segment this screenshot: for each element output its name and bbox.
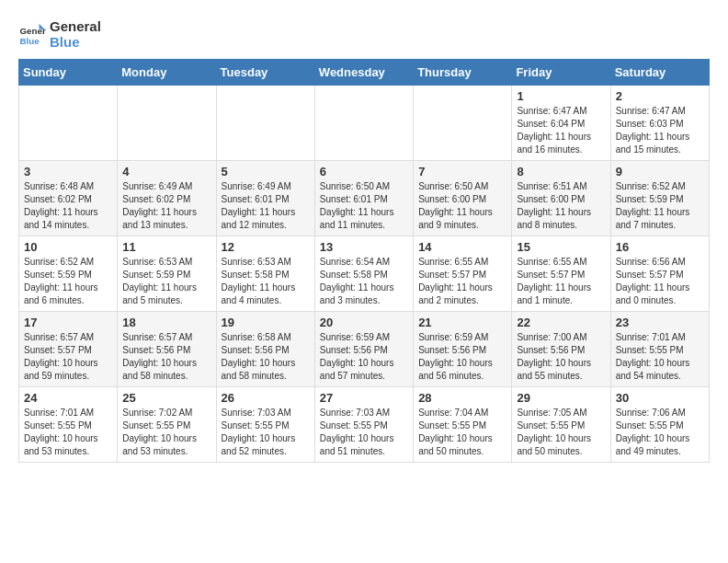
- calendar-cell: 8Sunrise: 6:51 AM Sunset: 6:00 PM Daylig…: [512, 161, 610, 236]
- calendar-cell: 23Sunrise: 7:01 AM Sunset: 5:55 PM Dayli…: [610, 312, 709, 387]
- day-info: Sunrise: 7:00 AM Sunset: 5:56 PM Dayligh…: [517, 331, 605, 383]
- weekday-header: Friday: [512, 60, 610, 86]
- day-number: 12: [222, 240, 310, 254]
- day-info: Sunrise: 6:55 AM Sunset: 5:57 PM Dayligh…: [418, 256, 506, 307]
- calendar-cell: 5Sunrise: 6:49 AM Sunset: 6:01 PM Daylig…: [216, 161, 314, 236]
- day-info: Sunrise: 7:04 AM Sunset: 5:55 PM Dayligh…: [418, 407, 506, 458]
- weekday-header: Sunday: [19, 60, 118, 86]
- day-info: Sunrise: 6:55 AM Sunset: 5:57 PM Dayligh…: [517, 256, 605, 307]
- day-info: Sunrise: 6:58 AM Sunset: 5:56 PM Dayligh…: [222, 331, 310, 383]
- page-header: General Blue General Blue: [18, 18, 710, 50]
- calendar-cell: 21Sunrise: 6:59 AM Sunset: 5:56 PM Dayli…: [414, 312, 512, 387]
- calendar-cell: 7Sunrise: 6:50 AM Sunset: 6:00 PM Daylig…: [414, 161, 512, 236]
- day-info: Sunrise: 6:52 AM Sunset: 5:59 PM Dayligh…: [24, 256, 112, 307]
- day-number: 14: [418, 240, 506, 254]
- weekday-header: Monday: [118, 60, 216, 86]
- day-number: 5: [222, 165, 310, 178]
- calendar-cell: [314, 86, 413, 161]
- day-number: 26: [222, 391, 310, 405]
- day-info: Sunrise: 6:47 AM Sunset: 6:04 PM Dayligh…: [517, 105, 605, 156]
- day-number: 10: [24, 240, 112, 254]
- day-info: Sunrise: 6:54 AM Sunset: 5:58 PM Dayligh…: [320, 256, 408, 307]
- calendar-week-row: 10Sunrise: 6:52 AM Sunset: 5:59 PM Dayli…: [19, 236, 710, 312]
- day-number: 3: [24, 165, 112, 178]
- calendar-cell: 17Sunrise: 6:57 AM Sunset: 5:57 PM Dayli…: [19, 312, 118, 387]
- weekday-header: Tuesday: [216, 60, 314, 86]
- day-number: 1: [517, 89, 605, 103]
- day-info: Sunrise: 6:59 AM Sunset: 5:56 PM Dayligh…: [320, 331, 408, 383]
- calendar-cell: 15Sunrise: 6:55 AM Sunset: 5:57 PM Dayli…: [512, 236, 610, 312]
- day-info: Sunrise: 6:56 AM Sunset: 5:57 PM Dayligh…: [616, 256, 704, 307]
- calendar-cell: 14Sunrise: 6:55 AM Sunset: 5:57 PM Dayli…: [414, 236, 512, 312]
- day-info: Sunrise: 7:01 AM Sunset: 5:55 PM Dayligh…: [24, 407, 112, 458]
- day-info: Sunrise: 7:06 AM Sunset: 5:55 PM Dayligh…: [616, 407, 704, 458]
- day-info: Sunrise: 7:01 AM Sunset: 5:55 PM Dayligh…: [616, 331, 704, 383]
- calendar-week-row: 1Sunrise: 6:47 AM Sunset: 6:04 PM Daylig…: [19, 86, 710, 161]
- day-number: 6: [320, 165, 408, 178]
- calendar-cell: 13Sunrise: 6:54 AM Sunset: 5:58 PM Dayli…: [314, 236, 413, 312]
- day-number: 7: [418, 165, 506, 178]
- day-number: 27: [320, 391, 408, 405]
- logo-icon: General Blue: [18, 20, 46, 48]
- day-number: 30: [616, 391, 704, 405]
- day-info: Sunrise: 6:48 AM Sunset: 6:02 PM Dayligh…: [24, 180, 112, 232]
- calendar-cell: 18Sunrise: 6:57 AM Sunset: 5:56 PM Dayli…: [118, 312, 216, 387]
- calendar-header-row: SundayMondayTuesdayWednesdayThursdayFrid…: [19, 60, 710, 86]
- day-info: Sunrise: 6:57 AM Sunset: 5:56 PM Dayligh…: [122, 331, 210, 383]
- calendar-cell: 25Sunrise: 7:02 AM Sunset: 5:55 PM Dayli…: [118, 387, 216, 463]
- day-number: 18: [122, 316, 210, 329]
- calendar-cell: 30Sunrise: 7:06 AM Sunset: 5:55 PM Dayli…: [610, 387, 709, 463]
- day-info: Sunrise: 6:50 AM Sunset: 6:01 PM Dayligh…: [320, 180, 408, 232]
- day-number: 28: [418, 391, 506, 405]
- calendar-cell: 4Sunrise: 6:49 AM Sunset: 6:02 PM Daylig…: [118, 161, 216, 236]
- day-number: 15: [517, 240, 605, 254]
- calendar-week-row: 3Sunrise: 6:48 AM Sunset: 6:02 PM Daylig…: [19, 161, 710, 236]
- calendar-cell: [19, 86, 118, 161]
- calendar-cell: 26Sunrise: 7:03 AM Sunset: 5:55 PM Dayli…: [216, 387, 314, 463]
- day-info: Sunrise: 7:03 AM Sunset: 5:55 PM Dayligh…: [320, 407, 408, 458]
- day-number: 13: [320, 240, 408, 254]
- day-info: Sunrise: 6:50 AM Sunset: 6:00 PM Dayligh…: [418, 180, 506, 232]
- day-number: 4: [122, 165, 210, 178]
- calendar-cell: 20Sunrise: 6:59 AM Sunset: 5:56 PM Dayli…: [314, 312, 413, 387]
- day-info: Sunrise: 6:53 AM Sunset: 5:59 PM Dayligh…: [122, 256, 210, 307]
- calendar-cell: 6Sunrise: 6:50 AM Sunset: 6:01 PM Daylig…: [314, 161, 413, 236]
- day-number: 29: [517, 391, 605, 405]
- calendar-week-row: 17Sunrise: 6:57 AM Sunset: 5:57 PM Dayli…: [19, 312, 710, 387]
- logo: General Blue General Blue: [18, 18, 101, 50]
- calendar-cell: 27Sunrise: 7:03 AM Sunset: 5:55 PM Dayli…: [314, 387, 413, 463]
- day-number: 16: [616, 240, 704, 254]
- day-number: 2: [616, 89, 704, 103]
- calendar-cell: 29Sunrise: 7:05 AM Sunset: 5:55 PM Dayli…: [512, 387, 610, 463]
- day-info: Sunrise: 6:59 AM Sunset: 5:56 PM Dayligh…: [418, 331, 506, 383]
- calendar-cell: 1Sunrise: 6:47 AM Sunset: 6:04 PM Daylig…: [512, 86, 610, 161]
- calendar-cell: 12Sunrise: 6:53 AM Sunset: 5:58 PM Dayli…: [216, 236, 314, 312]
- calendar-cell: [216, 86, 314, 161]
- day-number: 8: [517, 165, 605, 178]
- calendar-cell: 22Sunrise: 7:00 AM Sunset: 5:56 PM Dayli…: [512, 312, 610, 387]
- day-number: 23: [616, 316, 704, 329]
- day-number: 17: [24, 316, 112, 329]
- day-info: Sunrise: 6:51 AM Sunset: 6:00 PM Dayligh…: [517, 180, 605, 232]
- weekday-header: Thursday: [414, 60, 512, 86]
- day-info: Sunrise: 7:02 AM Sunset: 5:55 PM Dayligh…: [122, 407, 210, 458]
- calendar-cell: 16Sunrise: 6:56 AM Sunset: 5:57 PM Dayli…: [610, 236, 709, 312]
- day-number: 22: [517, 316, 605, 329]
- calendar-cell: 10Sunrise: 6:52 AM Sunset: 5:59 PM Dayli…: [19, 236, 118, 312]
- logo-text: General: [50, 18, 101, 34]
- calendar-table: SundayMondayTuesdayWednesdayThursdayFrid…: [18, 59, 710, 463]
- logo-subtext: Blue: [50, 34, 101, 50]
- day-info: Sunrise: 6:52 AM Sunset: 5:59 PM Dayligh…: [616, 180, 704, 232]
- day-number: 19: [222, 316, 310, 329]
- day-number: 25: [122, 391, 210, 405]
- calendar-cell: 28Sunrise: 7:04 AM Sunset: 5:55 PM Dayli…: [414, 387, 512, 463]
- day-number: 20: [320, 316, 408, 329]
- svg-text:Blue: Blue: [20, 36, 40, 46]
- calendar-cell: [118, 86, 216, 161]
- calendar-cell: 24Sunrise: 7:01 AM Sunset: 5:55 PM Dayli…: [19, 387, 118, 463]
- calendar-cell: 9Sunrise: 6:52 AM Sunset: 5:59 PM Daylig…: [610, 161, 709, 236]
- calendar-cell: [414, 86, 512, 161]
- calendar-cell: 11Sunrise: 6:53 AM Sunset: 5:59 PM Dayli…: [118, 236, 216, 312]
- day-number: 11: [122, 240, 210, 254]
- weekday-header: Saturday: [610, 60, 709, 86]
